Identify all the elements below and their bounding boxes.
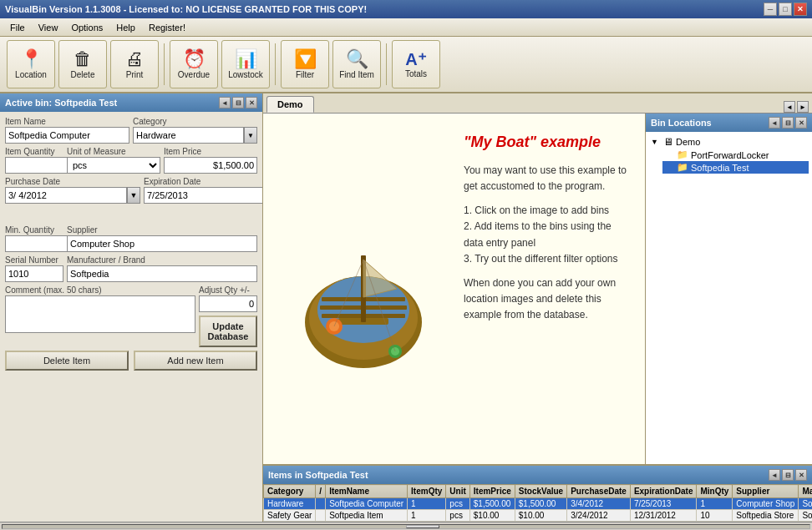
scrollbar-track[interactable] (2, 524, 810, 529)
filter-icon: 🔽 (294, 50, 317, 68)
col-header-unit[interactable]: Unit (446, 485, 469, 498)
col-header-itemprice[interactable]: ItemPrice (469, 485, 515, 498)
category-dropdown-btn[interactable]: ▼ (244, 127, 257, 144)
item-qty-field: Item Quantity ▲ ▼ (5, 147, 63, 174)
col-header-itemqty[interactable]: ItemQty (408, 485, 446, 498)
delete-button[interactable]: 🗑 Delete (58, 40, 107, 88)
delete-item-button[interactable]: Delete Item (5, 351, 129, 371)
row2-itemqty: 1 (408, 510, 446, 522)
serial-number-input[interactable] (5, 265, 63, 282)
panel-close-button[interactable]: ✕ (246, 97, 257, 109)
row1-unit: pcs (446, 498, 469, 510)
lowstock-button[interactable]: 📊 Lowstock (221, 40, 270, 88)
col-header-purchasedate[interactable]: PurchaseDate (567, 485, 631, 498)
expiration-date-input[interactable] (144, 187, 262, 204)
demo-paragraph1: You may want to use this example to get … (464, 163, 628, 194)
items-panel-pin-button[interactable]: ◄ (769, 469, 780, 481)
row2-minqty: 10 (697, 510, 733, 522)
manufacturer-input[interactable] (67, 265, 257, 282)
lowstock-icon: 📊 (235, 50, 257, 68)
row2-itemprice: $10.00 (469, 510, 515, 522)
col-header-expirationdate[interactable]: ExpirationDate (630, 485, 697, 498)
manufacturer-field: Manufacturer / Brand (67, 255, 257, 282)
toolbar-separator-1 (164, 43, 165, 85)
overdue-button[interactable]: ⏰ Overdue (170, 40, 218, 88)
left-panel: Active bin: Softpedia Test ◄ ⊟ ✕ Item Na… (0, 93, 263, 522)
category-input[interactable] (133, 127, 244, 144)
purchase-date-picker[interactable]: ▼ (127, 187, 140, 204)
menu-file[interactable]: File (3, 21, 32, 34)
demo-step3: 3. Try out the different filter options (464, 251, 628, 267)
items-panel-float-button[interactable]: ⊟ (782, 469, 794, 481)
add-new-item-button[interactable]: Add new Item (134, 351, 257, 371)
manufacturer-label: Manufacturer / Brand (67, 255, 257, 265)
col-header-slash[interactable]: / (316, 485, 326, 498)
item-name-input[interactable] (5, 127, 129, 144)
comment-textarea[interactable] (5, 295, 195, 333)
horizontal-scrollbar[interactable] (0, 522, 812, 530)
menu-register[interactable]: Register! (142, 21, 192, 34)
category-field: Category ▼ (133, 117, 257, 144)
adjust-qty-input[interactable] (199, 295, 257, 312)
scrollbar-thumb[interactable] (406, 525, 439, 528)
table-row[interactable]: Hardware Softpedia Computer 1 pcs $1,500… (264, 498, 813, 510)
col-header-stockvalue[interactable]: StockValue (515, 485, 566, 498)
row1-itemqty: 1 (408, 498, 446, 510)
tree-portforward-icon: 📁 (677, 149, 688, 160)
row1-slash (316, 498, 326, 510)
purchase-date-label: Purchase Date (5, 177, 140, 186)
boat-image[interactable] (280, 130, 447, 447)
items-section: Items in Softpedia Test ◄ ⊟ ✕ Category / (263, 464, 812, 522)
col-header-supplier[interactable]: Supplier (733, 485, 799, 498)
bin-panel-float-button[interactable]: ⊟ (782, 117, 794, 129)
tab-nav-prev[interactable]: ◄ (784, 101, 795, 113)
menu-options[interactable]: Options (64, 21, 109, 34)
tab-nav-next[interactable]: ► (797, 101, 809, 113)
table-row[interactable]: Safety Gear Softpedia Item 1 pcs $10.00 … (264, 510, 813, 522)
items-table: Category / ItemName ItemQty Unit ItemPri… (263, 484, 812, 522)
panel-float-button[interactable]: ⊟ (232, 97, 244, 109)
col-header-category[interactable]: Category (264, 485, 316, 498)
dates-value-row: Purchase Date ▼ Expiration Date ▼ (5, 177, 257, 222)
supplier-input[interactable] (67, 235, 257, 252)
menu-help[interactable]: Help (109, 21, 142, 34)
finditem-button[interactable]: 🔍 Find Item (332, 40, 381, 88)
totals-button[interactable]: A⁺ Totals (392, 40, 440, 88)
unit-select[interactable]: pcs kg ltr box (67, 157, 160, 174)
menu-view[interactable]: View (32, 21, 65, 34)
bin-panel-close-button[interactable]: ✕ (795, 117, 807, 129)
item-name-category-row: Item Name Category ▼ (5, 117, 257, 144)
bottom-action-buttons: Delete Item Add new Item (5, 351, 257, 371)
item-name-label: Item Name (5, 117, 129, 126)
update-database-button[interactable]: Update Database (199, 315, 257, 347)
tree-demo-label: Demo (676, 137, 700, 147)
maximize-button[interactable]: □ (779, 3, 792, 16)
tree-item-portforward[interactable]: 📁 PortForwardLocker (662, 149, 809, 161)
row2-supplier: Softpedia Store (733, 510, 799, 522)
minimize-button[interactable]: ─ (764, 3, 777, 16)
comment-field: Comment (max. 50 chars) (5, 285, 195, 347)
bin-locations-title: Bin Locations (651, 118, 712, 128)
tree-item-softpedia[interactable]: 📁 Softpedia Test (662, 161, 809, 174)
purchase-date-input[interactable] (5, 187, 127, 204)
print-button[interactable]: 🖨 Print (110, 40, 159, 88)
tab-demo[interactable]: Demo (266, 96, 314, 113)
col-header-itemname[interactable]: ItemName (326, 485, 408, 498)
toolbar-separator-3 (386, 43, 387, 85)
panel-pin-button[interactable]: ◄ (219, 97, 231, 109)
item-name-field: Item Name (5, 117, 129, 144)
location-button[interactable]: 📍 Location (7, 40, 55, 88)
row2-unit: pcs (446, 510, 469, 522)
filter-button[interactable]: 🔽 Filter (281, 40, 329, 88)
col-header-minqty[interactable]: MinQty (697, 485, 733, 498)
row2-purchasedate: 3/24/2012 (567, 510, 631, 522)
items-table-container: Category / ItemName ItemQty Unit ItemPri… (263, 484, 812, 522)
demo-paragraph2: When done you can add your own location … (464, 275, 628, 324)
item-price-input[interactable] (164, 157, 257, 174)
bin-panel-pin-button[interactable]: ◄ (769, 117, 780, 129)
tree-item-demo[interactable]: ▼ 🖥 Demo (649, 135, 809, 149)
items-panel-close-button[interactable]: ✕ (795, 469, 807, 481)
close-button[interactable]: ✕ (794, 3, 807, 16)
col-header-manufacturer[interactable]: Manufacturer (799, 485, 812, 498)
bin-panel-header-buttons: ◄ ⊟ ✕ (769, 117, 807, 129)
